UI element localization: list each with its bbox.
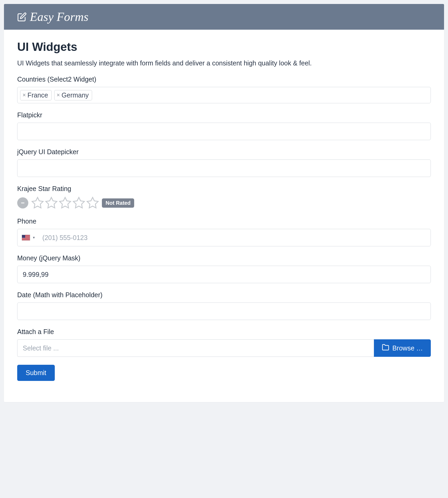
rating-label: Krajee Star Rating <box>17 185 431 193</box>
remove-germany-icon[interactable]: × <box>57 92 60 98</box>
submit-button[interactable]: Submit <box>17 365 55 381</box>
jq-datepicker-input[interactable] <box>17 159 431 177</box>
chevron-down-icon: ▼ <box>32 236 35 239</box>
svg-rect-0 <box>21 203 25 203</box>
star-1[interactable] <box>31 196 44 210</box>
countries-select[interactable]: × France × Germany <box>17 87 431 103</box>
field-jq-datepicker: jQuery UI Datepicker <box>17 148 431 177</box>
country-flag-selector[interactable]: ▼ <box>17 235 40 241</box>
rating-stars <box>31 196 99 210</box>
country-tag-france: × France <box>20 90 52 100</box>
star-3[interactable] <box>58 196 72 210</box>
svg-marker-4 <box>73 197 84 208</box>
star-2[interactable] <box>45 196 58 210</box>
us-flag-icon <box>22 235 30 241</box>
jq-datepicker-label: jQuery UI Datepicker <box>17 148 431 156</box>
app-header: Easy Forms <box>4 4 444 30</box>
browse-label: Browse … <box>392 344 423 352</box>
money-input[interactable] <box>17 266 431 283</box>
field-money: Money (jQuery Mask) <box>17 254 431 283</box>
phone-input-wrapper: ▼ <box>17 229 431 246</box>
flatpickr-input[interactable] <box>17 123 431 140</box>
svg-marker-5 <box>87 197 98 208</box>
app-card: Easy Forms UI Widgets UI Widgets that se… <box>4 4 444 402</box>
tag-label: France <box>28 91 48 99</box>
rating-badge: Not Rated <box>102 198 134 208</box>
money-label: Money (jQuery Mask) <box>17 254 431 262</box>
folder-icon <box>382 344 389 353</box>
file-name-display[interactable] <box>17 339 374 357</box>
rating-clear-button[interactable] <box>17 197 28 208</box>
datemath-label: Date (Math with Placeholder) <box>17 291 431 299</box>
file-label: Attach a File <box>17 328 431 336</box>
tag-label: Germany <box>62 91 89 99</box>
star-4[interactable] <box>72 196 85 210</box>
svg-marker-2 <box>46 197 57 208</box>
browse-button[interactable]: Browse … <box>374 339 431 357</box>
phone-label: Phone <box>17 217 431 225</box>
datemath-input[interactable] <box>17 303 431 320</box>
content-area: UI Widgets UI Widgets that seamlessly in… <box>4 30 444 402</box>
edit-icon <box>17 12 27 22</box>
svg-marker-3 <box>60 197 71 208</box>
remove-france-icon[interactable]: × <box>22 92 26 98</box>
field-datemath: Date (Math with Placeholder) <box>17 291 431 320</box>
page-description: UI Widgets that seamlessly integrate wit… <box>17 59 431 67</box>
phone-input[interactable] <box>40 230 431 246</box>
page-title: UI Widgets <box>17 40 431 54</box>
field-phone: Phone ▼ <box>17 217 431 246</box>
countries-label: Countries (Select2 Widget) <box>17 75 431 83</box>
country-tag-germany: × Germany <box>54 90 92 100</box>
field-countries: Countries (Select2 Widget) × France × Ge… <box>17 75 431 103</box>
app-title: Easy Forms <box>30 10 88 24</box>
field-file: Attach a File Browse … <box>17 328 431 357</box>
field-rating: Krajee Star Rating <box>17 185 431 210</box>
svg-marker-1 <box>32 197 43 208</box>
rating-row: Not Rated <box>17 196 431 210</box>
field-flatpickr: Flatpickr <box>17 111 431 140</box>
flatpickr-label: Flatpickr <box>17 111 431 119</box>
file-row: Browse … <box>17 339 431 357</box>
star-5[interactable] <box>86 196 99 210</box>
